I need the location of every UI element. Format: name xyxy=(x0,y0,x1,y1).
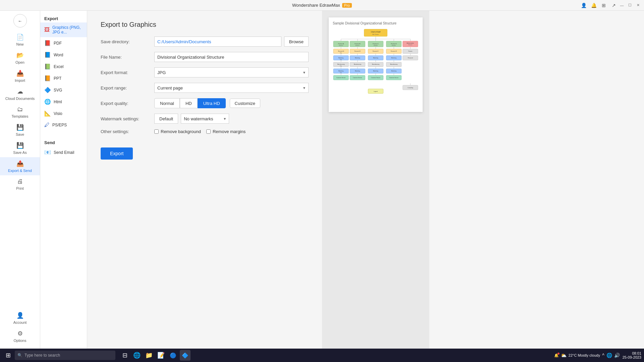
remove-margins-label[interactable]: Remove margins xyxy=(206,129,246,134)
remove-background-checkbox[interactable] xyxy=(154,129,159,134)
nav-item-saveas[interactable]: 💾 Save As xyxy=(0,139,40,157)
svg-label: SVG xyxy=(54,88,62,93)
other-settings-label: Other settings: xyxy=(101,129,154,134)
taskview-button[interactable]: ⊟ xyxy=(119,350,130,361)
remove-margins-checkbox[interactable] xyxy=(206,129,211,134)
sidebar-item-excel[interactable]: 📗 Excel xyxy=(40,61,87,72)
quality-normal-button[interactable]: Normal xyxy=(154,98,180,108)
nav-item-templates[interactable]: 🗂 Templates xyxy=(0,103,40,121)
svg-text:Administration: Administration xyxy=(407,43,414,44)
svg-text:Research C: Research C xyxy=(373,51,379,52)
share-icon[interactable]: ↗ xyxy=(610,2,617,9)
minimize-button[interactable]: — xyxy=(619,3,625,8)
watermark-default-button[interactable]: Default xyxy=(154,114,178,124)
export-button[interactable]: Export xyxy=(101,147,133,160)
nav-import-label: Import xyxy=(15,78,25,82)
export-range-row: Export range: Current page All pages Sel… xyxy=(101,83,309,93)
send-section-title: Send xyxy=(40,137,87,146)
pro-badge: Pro xyxy=(342,3,352,8)
sidebar-item-svg[interactable]: 🔷 SVG xyxy=(40,84,87,96)
nav-templates-label: Templates xyxy=(11,114,28,118)
fileexplorer-app[interactable]: 📁 xyxy=(144,350,154,361)
nav-item-options[interactable]: ⚙ Options xyxy=(12,327,28,345)
nav-item-print[interactable]: 🖨 Print xyxy=(0,175,40,193)
open-icon: 📂 xyxy=(16,52,24,59)
nav-item-new[interactable]: 📄 New xyxy=(0,31,40,49)
browse-button[interactable]: Browse xyxy=(284,37,309,47)
nav-item-account[interactable]: 👤 Account xyxy=(12,309,28,327)
sidebar-item-sendemail[interactable]: 📧 Send Email xyxy=(40,146,87,158)
export-panel: Export to Graphics Save directory: Brows… xyxy=(87,11,322,349)
nav-item-import[interactable]: 📥 Import xyxy=(0,67,40,85)
word-app[interactable]: 📝 xyxy=(156,350,166,361)
export-format-row: Export format: JPG PNG BMP SVG PDF ▼ xyxy=(101,67,309,77)
sidebar-item-graphics[interactable]: 🖼 Graphics (PNG, JPG e... xyxy=(40,22,87,37)
watermark-group: Default No watermarks Custom watermark ▼ xyxy=(154,114,229,124)
bell-icon[interactable]: 🔔 xyxy=(590,2,597,9)
sidebar-item-html[interactable]: 🌐 Html xyxy=(40,96,87,108)
account-icon: 👤 xyxy=(16,312,24,319)
sidebar-item-visio[interactable]: 📐 Visio xyxy=(40,108,87,119)
close-button[interactable]: ✕ xyxy=(635,3,641,8)
remove-background-label[interactable]: Remove background xyxy=(154,129,201,134)
sidebar-item-ppt[interactable]: 📙 PPT xyxy=(40,72,87,84)
maximize-button[interactable]: ☐ xyxy=(627,3,633,8)
taskbar-clock[interactable]: 08:01 25-09-2023 xyxy=(623,351,641,359)
nav-item-cloud[interactable]: ☁ Cloud Documents xyxy=(0,85,40,103)
nav-item-export[interactable]: 📤 Export & Send xyxy=(0,157,40,175)
taskbar-search-box[interactable]: 🔍 xyxy=(15,351,115,360)
taskbar-apps: ⊟ 🌐 📁 📝 🔵 🔷 xyxy=(119,350,191,361)
quality-hd-button[interactable]: HD xyxy=(180,98,198,108)
export-range-select[interactable]: Current page All pages Selected area xyxy=(154,83,309,93)
export-format-label: Export format: xyxy=(101,70,154,75)
notification-icon[interactable]: 🔔 xyxy=(554,353,559,358)
export-format-select[interactable]: JPG PNG BMP SVG PDF xyxy=(154,67,309,77)
pdf-icon: 📕 xyxy=(44,40,51,46)
search-input[interactable] xyxy=(24,353,113,358)
save-directory-input[interactable] xyxy=(154,37,281,47)
svg-text:Chief of Staff: Chief of Staff xyxy=(371,31,381,33)
send-section: Send 📧 Send Email xyxy=(40,137,87,158)
taskbar-right: 🔔 ⛅ 22°C Mostly cloudy ^ 🌐 🔊 08:01 25-09… xyxy=(554,351,641,359)
export-section-title: Export xyxy=(40,13,87,22)
cloud-icon: ☁ xyxy=(17,88,23,95)
network-icon[interactable]: 🌐 xyxy=(606,353,612,358)
quality-uhd-button[interactable]: Ultra HD xyxy=(198,98,226,108)
chrome-app[interactable]: 🔵 xyxy=(168,350,178,361)
main-content: Export to Graphics Save directory: Brows… xyxy=(87,11,644,349)
browser-app[interactable]: 🌐 xyxy=(131,350,142,361)
sidebar-item-word[interactable]: 📘 Word xyxy=(40,49,87,61)
customize-button[interactable]: Customize xyxy=(230,99,260,108)
svg-text:Division: Division xyxy=(408,44,412,46)
file-name-input[interactable] xyxy=(154,52,309,62)
nav-item-save[interactable]: 💾 Save xyxy=(0,121,40,139)
nav-export-label: Export & Send xyxy=(8,169,32,173)
chevron-up-icon[interactable]: ^ xyxy=(602,353,604,358)
nav-save-label: Save xyxy=(16,132,24,136)
edraw-app[interactable]: 🔷 xyxy=(180,350,191,361)
nav-cloud-label: Cloud Documents xyxy=(5,97,35,101)
preview-title: Sample Divisional Organizational Structu… xyxy=(333,21,419,25)
sidebar-item-pseps[interactable]: 🖊 PS/EPS xyxy=(40,119,87,131)
volume-icon[interactable]: 🔊 xyxy=(614,353,620,358)
svg-text:Division: Division xyxy=(339,45,343,46)
watermark-select-wrapper: No watermarks Custom watermark ▼ xyxy=(181,114,229,124)
user-icon[interactable]: 👤 xyxy=(580,2,587,9)
watermark-select[interactable]: No watermarks Custom watermark xyxy=(181,114,229,124)
back-button[interactable]: ← xyxy=(13,14,27,27)
svg-text:Customer Service: Customer Service xyxy=(389,77,398,78)
svg-text:Manufacturing: Manufacturing xyxy=(372,64,379,65)
sidebar-item-pdf[interactable]: 📕 PDF xyxy=(40,37,87,49)
svg-text:Dep.: Dep. xyxy=(340,52,342,54)
export-range-label: Export range: xyxy=(101,85,154,90)
svg-text:Research D: Research D xyxy=(391,51,397,52)
grid-icon[interactable]: ⊞ xyxy=(600,2,607,9)
svg-text:Consulting: Consulting xyxy=(408,87,413,88)
svg-text:Division: Division xyxy=(356,45,360,46)
taskbar-system-icons: 🔔 ⛅ 22°C Mostly cloudy ^ 🌐 🔊 xyxy=(554,353,620,358)
nav-item-open[interactable]: 📂 Open xyxy=(0,49,40,67)
taskbar: ⊞ 🔍 ⊟ 🌐 📁 📝 🔵 🔷 🔔 ⛅ 22°C Mostly cloudy ^… xyxy=(0,349,644,362)
svg-text:Marketing: Marketing xyxy=(391,70,396,72)
checkbox-group: Remove background Remove margins xyxy=(154,129,246,134)
start-button[interactable]: ⊞ xyxy=(3,350,13,361)
